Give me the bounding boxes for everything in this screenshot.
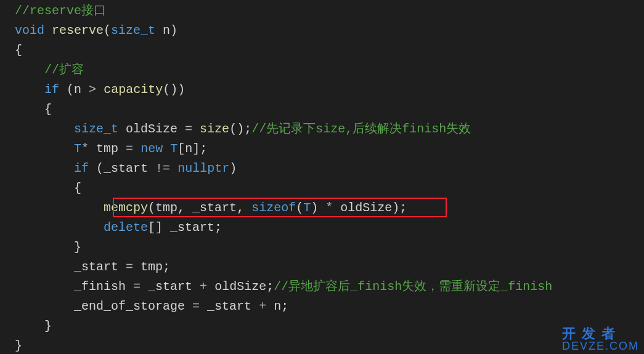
watermark-bottom: DEVZE.COM xyxy=(562,340,639,352)
code-line: //扩容 xyxy=(15,60,644,80)
code-line: if (n > capacity()) xyxy=(15,80,644,100)
code-area: //reserve接口 void reserve(size_t n) { //扩… xyxy=(0,0,644,354)
code-line: { xyxy=(15,179,644,198)
code-line: _end_of_storage = _start + n; xyxy=(15,297,644,316)
code-line: _finish = _start + oldSize;//异地扩容后_finis… xyxy=(15,277,644,297)
code-line: } xyxy=(15,238,644,257)
code-line: if (_start != nullptr) xyxy=(15,159,644,179)
comment: //reserve接口 xyxy=(15,4,106,18)
code-line: _start = tmp; xyxy=(15,257,644,277)
code-line: delete[] _start; xyxy=(15,218,644,238)
code-line: //reserve接口 xyxy=(15,1,644,21)
code-line: void reserve(size_t n) xyxy=(15,21,644,41)
code-line: } xyxy=(15,316,644,336)
watermark-top: 开发者 xyxy=(562,327,639,340)
code-line: size_t oldSize = size();//先记录下size,后续解决f… xyxy=(15,119,644,139)
code-line: T* tmp = new T[n]; xyxy=(15,139,644,159)
code-line: { xyxy=(15,100,644,119)
code-line: memcpy(tmp, _start, sizeof(T) * oldSize)… xyxy=(15,198,644,218)
watermark: 开发者 DEVZE.COM xyxy=(562,327,639,352)
code-line: } xyxy=(15,336,644,354)
code-line: { xyxy=(15,41,644,60)
